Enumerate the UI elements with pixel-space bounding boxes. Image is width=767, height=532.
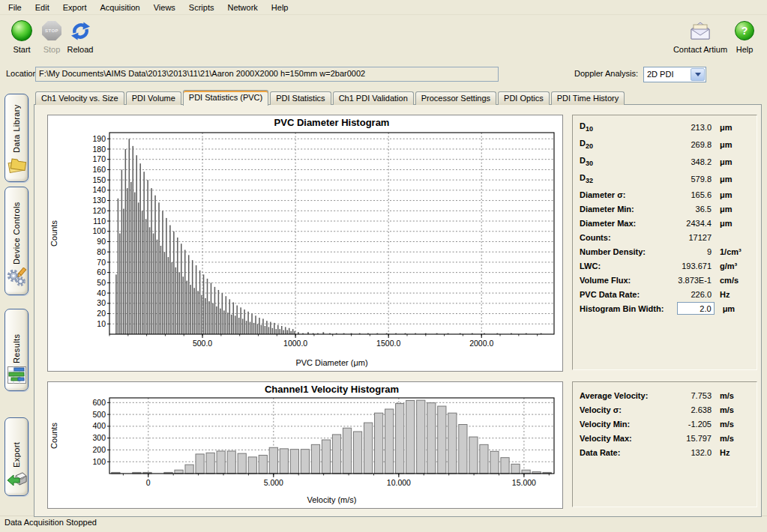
location-field[interactable]: F:\My Documents\AIMS Data\2013\2013\11\2… (35, 67, 499, 82)
help-button[interactable]: ? Help (729, 19, 760, 54)
stat-value: 9 (656, 247, 712, 256)
menu-item-file[interactable]: File (1, 1, 28, 13)
menu-item-export[interactable]: Export (56, 1, 94, 13)
sidebar-item-export[interactable]: Export (4, 417, 28, 496)
svg-text:2000.0: 2000.0 (469, 339, 493, 348)
stat-unit: m/s (720, 420, 750, 429)
stop-icon: STOP (42, 21, 61, 40)
stat-label: PVC Data Rate: (580, 290, 656, 299)
sidebar-item-device-controls[interactable]: Device Controls (4, 187, 28, 295)
contact-artium-button[interactable]: Contact Artium (670, 19, 731, 54)
stat-unit: μm (720, 175, 750, 184)
stat-unit: μm (720, 190, 750, 199)
menu-item-network[interactable]: Network (220, 1, 264, 13)
stat-row-counts: Counts:17127 (573, 230, 757, 244)
stat-row-diameter-min: Diameter Min:36.5μm (573, 202, 757, 216)
location-row: Location: F:\My Documents\AIMS Data\2013… (0, 64, 767, 85)
tab-processor-settings[interactable]: Processor Settings (415, 91, 496, 105)
stat-unit: μm (723, 304, 750, 313)
stat-unit: μm (720, 123, 750, 132)
stat-value: 579.8 (656, 175, 712, 184)
stat-row-d10: D10213.0μm (573, 118, 757, 136)
combo-dropdown-button[interactable] (691, 68, 705, 81)
stat-value: 269.8 (656, 140, 712, 149)
sidebar-item-results[interactable]: Results (4, 309, 28, 391)
stat-row-velocity: Velocity σ:2.638m/s (573, 402, 757, 417)
stat-row-velocity-min: Velocity Min:-1.205m/s (573, 417, 757, 431)
stat-value: 17127 (656, 233, 712, 242)
pvc-diameter-histogram-plot: 1020304050607080901001101201301401501601… (48, 115, 561, 369)
stat-label: D10 (580, 121, 656, 133)
stat-unit: 1/cm³ (720, 247, 750, 256)
tab-pdi-statistics[interactable]: PDI Statistics (270, 91, 331, 105)
tab-pdi-optics[interactable]: PDI Optics (498, 91, 550, 105)
tab-pdi-volume[interactable]: PDI Volume (126, 91, 181, 105)
stat-value: 213.0 (656, 123, 712, 132)
menu-item-acquisition[interactable]: Acquisition (94, 1, 147, 13)
tab-pdi-time-history[interactable]: PDI Time History (551, 91, 625, 105)
svg-text:0: 0 (146, 478, 151, 487)
menu-item-scripts[interactable]: Scripts (182, 1, 221, 13)
svg-text:Velocity (m/s): Velocity (m/s) (307, 495, 356, 504)
stat-unit: μm (720, 219, 750, 228)
tab-page-pdi-statistics-pvc: 1020304050607080901001101201301401501601… (34, 104, 762, 517)
tab-bar: Ch1 Velocity vs. SizePDI VolumePDI Stati… (35, 90, 626, 105)
reload-icon (70, 21, 91, 41)
svg-text:160: 160 (92, 165, 106, 174)
stat-label: Histogram Bin Width: (580, 304, 664, 313)
doppler-analysis-value: 2D PDI (647, 70, 673, 79)
stat-row-data-rate: Data Rate:132.0Hz (573, 445, 757, 459)
stat-label: Velocity σ: (580, 405, 656, 414)
svg-text:1000.0: 1000.0 (283, 339, 307, 348)
menu-item-views[interactable]: Views (147, 1, 182, 13)
stat-row-velocity-max: Velocity Max:15.797m/s (573, 431, 757, 445)
stat-value: 3.873E-1 (656, 276, 712, 285)
tab-pdi-statistics-pvc[interactable]: PDI Statistics (PVC) (183, 90, 268, 106)
stop-icon-glyph: STOP (45, 28, 58, 33)
doppler-analysis-label: Doppler Analysis: (574, 69, 638, 78)
stat-unit: μm (720, 157, 750, 166)
stat-value: 2.638 (656, 405, 712, 414)
sidebar-item-label: Device Controls (12, 193, 21, 265)
velocity-statistics-panel: Average Velocity:7.753m/sVelocity σ:2.63… (572, 381, 757, 507)
svg-text:40: 40 (97, 288, 106, 297)
svg-text:90: 90 (97, 237, 106, 246)
stat-value: 348.2 (656, 157, 712, 166)
stat-label: Average Velocity: (580, 391, 656, 400)
svg-text:60: 60 (97, 267, 106, 276)
stat-value: 7.753 (656, 391, 712, 400)
stat-row-d30: D30348.2μm (573, 153, 757, 170)
stat-unit: μm (720, 140, 750, 149)
stat-row-d32: D32579.8μm (573, 170, 757, 187)
histogram-bin-width-input[interactable] (677, 302, 715, 315)
svg-text:110: 110 (93, 217, 106, 226)
menu-item-help[interactable]: Help (265, 1, 295, 13)
contact-artium-label: Contact Artium (670, 45, 731, 54)
stat-label: LWC: (580, 262, 656, 270)
reload-button[interactable]: Reload (61, 19, 99, 54)
sidebar-item-data-library[interactable]: Data Library (4, 94, 28, 182)
stat-unit: Hz (720, 448, 750, 457)
stat-label: D32 (580, 173, 656, 184)
start-icon (11, 20, 32, 41)
stat-value: -1.205 (656, 420, 712, 429)
tab-ch1-velocity-vs-size[interactable]: Ch1 Velocity vs. Size (35, 91, 124, 105)
stat-label: Counts: (580, 233, 656, 242)
gears-icon (7, 267, 27, 289)
stat-row-d20: D20269.8μm (573, 136, 757, 153)
stat-row-volume-flux: Volume Flux:3.873E-1cm/s (573, 273, 757, 287)
stat-unit: m/s (720, 391, 750, 400)
toolbar: Start STOP Stop Reload (0, 15, 767, 63)
tab-ch1-pdi-validation[interactable]: Ch1 PDI Validation (333, 91, 414, 105)
stat-unit: μm (720, 205, 750, 214)
stat-value: 2434.4 (656, 219, 712, 228)
stat-label: Number Density: (580, 247, 656, 256)
envelope-icon (688, 21, 712, 40)
svg-text:180: 180 (92, 145, 106, 154)
doppler-analysis-select[interactable]: 2D PDI (643, 67, 706, 82)
menu-item-edit[interactable]: Edit (28, 1, 56, 13)
stat-value: 15.797 (656, 434, 712, 443)
stat-unit: Hz (720, 290, 750, 299)
svg-text:30: 30 (97, 298, 106, 307)
svg-text:Counts: Counts (49, 220, 58, 247)
